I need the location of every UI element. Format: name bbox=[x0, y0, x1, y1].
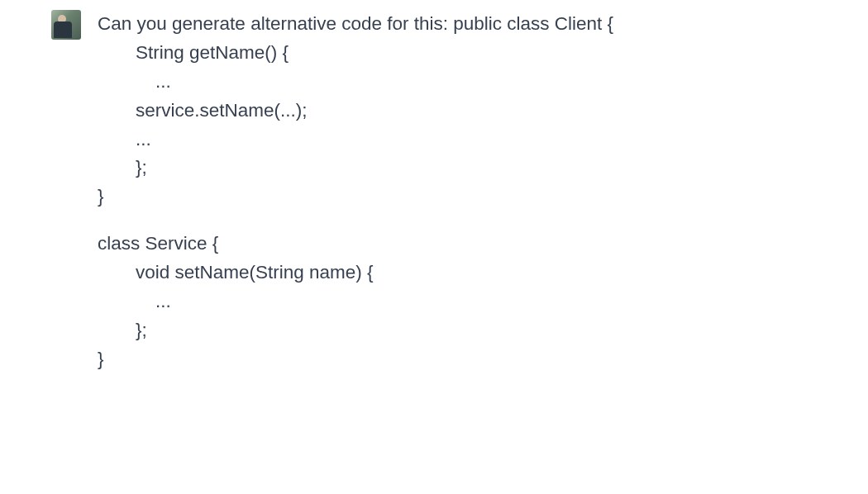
text-line: void setName(String name) { bbox=[98, 259, 868, 287]
text-line: ... bbox=[98, 126, 868, 154]
blank-line bbox=[98, 211, 868, 230]
text-line: ... bbox=[98, 68, 868, 97]
text-line: }; bbox=[98, 316, 868, 345]
text-line: } bbox=[98, 183, 868, 211]
message-text: Can you generate alternative code for th… bbox=[98, 10, 868, 374]
avatar bbox=[51, 10, 81, 40]
text-line: class Service { bbox=[98, 230, 868, 259]
text-line: } bbox=[98, 345, 868, 374]
chat-message: Can you generate alternative code for th… bbox=[0, 10, 868, 374]
text-line: String getName() { bbox=[98, 39, 868, 68]
text-line: Can you generate alternative code for th… bbox=[98, 10, 868, 39]
text-line: ... bbox=[98, 287, 868, 316]
text-line: }; bbox=[98, 154, 868, 183]
text-line: service.setName(...); bbox=[98, 97, 868, 126]
